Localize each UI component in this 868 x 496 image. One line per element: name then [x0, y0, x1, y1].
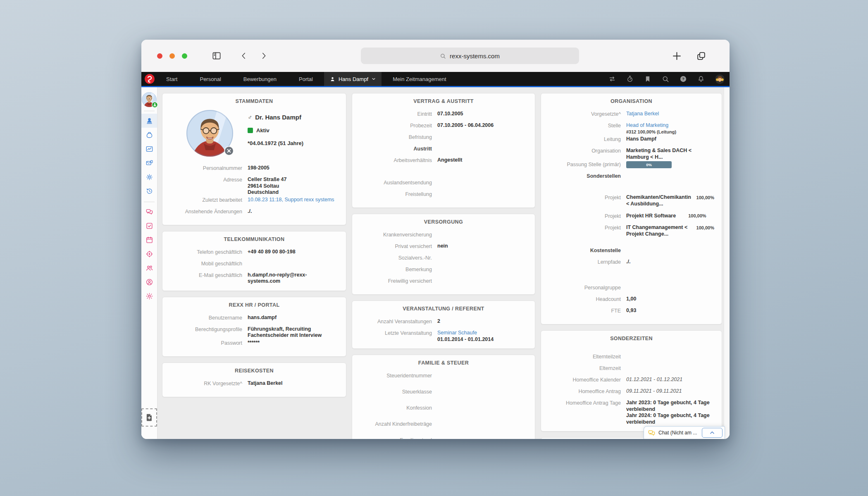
field-row: Steueridentnummer: [360, 372, 527, 388]
field-label: Krankenversicherung: [360, 231, 432, 238]
field-value: 2: [437, 317, 527, 325]
row-spacer: [360, 168, 527, 179]
card-veranstaltung-referent: VERANSTALTUNG / REFERENTAnzahl Veranstal…: [352, 300, 535, 349]
row-spacer: [548, 184, 714, 193]
user-avatar[interactable]: [715, 74, 725, 84]
field-row: Befristung: [360, 133, 527, 145]
field-row: Passung Stelle (primär)0%: [548, 160, 714, 172]
value-link[interactable]: 10.08.23 11:18, Support rexx systems: [248, 197, 334, 203]
remove-photo-button[interactable]: [224, 146, 234, 156]
new-tab-button[interactable]: [671, 50, 682, 62]
dashboard-content: STAMMDATEN♂Dr. Hans DampfAktiv*04.04.197…: [157, 87, 730, 439]
field-label: Stelle: [548, 122, 621, 129]
nav-user-tab[interactable]: Hans Dampf: [324, 72, 382, 86]
forward-button[interactable]: [259, 51, 268, 60]
sidebar-toggle-icon[interactable]: [211, 50, 222, 61]
value-link[interactable]: Seminar Schaufe: [437, 330, 477, 336]
check-square-icon: [145, 222, 153, 230]
card-vertrag-austritt: VERTRAG & AUSTRITTEintritt07.10.2005Prob…: [352, 93, 535, 208]
tab-overview-button[interactable]: [696, 51, 706, 61]
field-row: Homeoffice Antrag TageJahr 2023: 0 Tage …: [548, 399, 714, 425]
field-row: FTE0,93: [548, 307, 714, 318]
field-label: Konfession: [360, 404, 432, 411]
zoom-window-button[interactable]: [182, 53, 187, 59]
network-rays-icon: [145, 292, 153, 300]
card-sonderzeiten: SONDERZEITENElternteilzeitElternzeitHome…: [541, 330, 722, 432]
back-button[interactable]: [239, 51, 248, 60]
bookmark-icon[interactable]: [644, 75, 651, 83]
field-value: [437, 231, 527, 231]
minimize-window-button[interactable]: [169, 53, 175, 59]
employee-name: Dr. Hans Dampf: [255, 114, 301, 121]
scrollbar[interactable]: [724, 87, 730, 439]
sidebar-item-tasks[interactable]: [141, 219, 157, 233]
field-label: FTE: [548, 307, 621, 314]
add-document-button[interactable]: [141, 408, 157, 427]
field-label: Befristung: [360, 133, 432, 141]
value-text: 198-2005: [248, 165, 269, 172]
value-link[interactable]: Tatjana Berkel: [626, 111, 659, 117]
app-navbar: StartPersonalBewerbungenPortal Hans Damp…: [141, 72, 730, 87]
rexx-logo[interactable]: [144, 74, 155, 84]
card-telekommunikation: TELEKOMMUNIKATIONTelefon geschäftlich+49…: [162, 231, 346, 291]
nav-item-personal[interactable]: Personal: [188, 72, 232, 86]
sidebar-item-contacts[interactable]: [141, 275, 157, 289]
field-row: RK Vorgesetzte^Tatjana Berkel: [170, 379, 339, 391]
status-active-indicator: [248, 128, 253, 133]
value-link[interactable]: Head of Marketing: [626, 122, 668, 129]
field-value: [437, 190, 527, 191]
value-text: 2: [437, 318, 440, 325]
timer-icon[interactable]: [626, 75, 634, 83]
field-row: StelleHead of Marketing#312 100,00% (Lei…: [548, 122, 714, 135]
field-label: Anzahl Veranstaltungen: [360, 317, 432, 325]
sidebar-item-settings[interactable]: [141, 170, 157, 184]
sidebar-item-inbox[interactable]: [141, 156, 157, 170]
value-text: 100,00%: [688, 213, 706, 219]
field-label: Lernpfade: [548, 258, 621, 265]
field-label: Probezeit: [360, 122, 432, 129]
field-label: Kostenstelle: [548, 246, 621, 254]
help-icon[interactable]: ?: [680, 75, 687, 83]
employee-status: Aktiv: [248, 127, 303, 134]
sidebar-item-history[interactable]: [141, 184, 157, 198]
chat-expand-button[interactable]: [702, 428, 723, 438]
nav-item-bewerbungen[interactable]: Bewerbungen: [232, 72, 288, 86]
sidebar-item-org-network[interactable]: [141, 289, 157, 303]
field-value: hans.dampf: [248, 314, 339, 321]
nav-item-portal[interactable]: Portal: [288, 72, 324, 86]
sidebar-item-messages[interactable]: [141, 205, 157, 219]
field-label: Privat versichert: [360, 242, 432, 250]
field-value: Tatjana Berkel: [248, 379, 339, 387]
sidebar-item-team[interactable]: [141, 261, 157, 275]
sidebar-item-calendar[interactable]: [141, 233, 157, 247]
value-text: nein: [437, 243, 448, 250]
field-label: Telefon geschäftlich: [170, 248, 242, 255]
nav-item-start[interactable]: Start: [155, 72, 188, 86]
search-icon[interactable]: [662, 75, 669, 83]
chat-widget[interactable]: Chat (Nicht am ...: [644, 426, 725, 439]
sidebar-item-analytics[interactable]: [141, 142, 157, 156]
card-title: FAMILIE & STEUER: [360, 360, 527, 366]
field-value: Hans Dampf: [626, 135, 714, 143]
field-label: Headcount: [548, 295, 621, 303]
value-text: #312 100,00% (Leitung): [626, 129, 676, 136]
close-window-button[interactable]: [157, 53, 162, 59]
field-value: [248, 260, 339, 260]
employee-photo[interactable]: [186, 110, 233, 157]
sidebar-item-personnel-file[interactable]: [141, 114, 157, 128]
field-row: ProjektProjekt HR Software100,00%: [548, 212, 714, 224]
transfer-icon[interactable]: [608, 75, 616, 83]
field-label: Steuerklasse: [360, 388, 432, 395]
field-row: Headcount1,00: [548, 295, 714, 307]
field-row: Lernpfade./.: [548, 258, 714, 269]
sidebar-item-compensation[interactable]: [141, 128, 157, 142]
sidebar-item-goals[interactable]: [141, 247, 157, 261]
employee-name-row: ♂Dr. Hans Dampf: [248, 114, 303, 121]
card-stammdaten: STAMMDATEN♂Dr. Hans DampfAktiv*04.04.197…: [162, 93, 346, 225]
address-bar[interactable]: rexx-systems.com: [361, 48, 579, 64]
field-row: Homeoffice Kalender01.12.2021 - 01.12.20…: [548, 376, 714, 387]
nav-item-zeitmanagement[interactable]: Mein Zeitmanagement: [382, 72, 457, 86]
sidebar-employee-avatar[interactable]: [142, 92, 157, 107]
value-text: 07.10.2005 - 06.04.2006: [437, 122, 494, 129]
bell-icon[interactable]: [697, 75, 705, 83]
